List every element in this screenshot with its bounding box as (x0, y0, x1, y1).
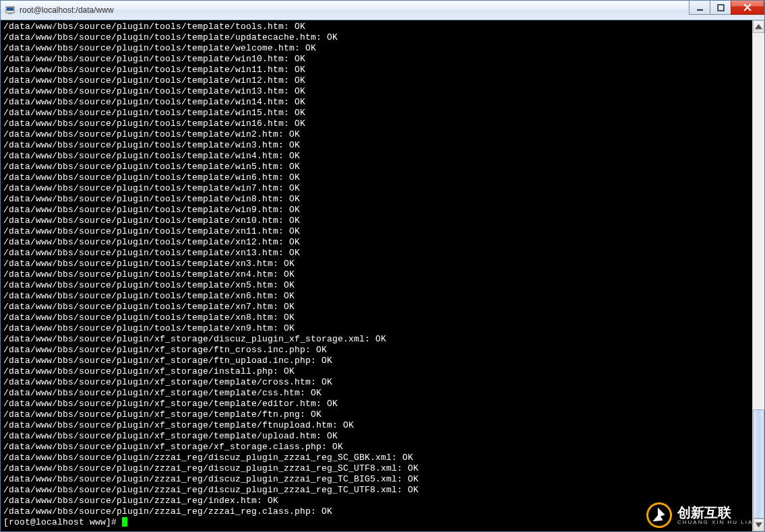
vertical-scrollbar[interactable] (752, 20, 764, 531)
close-button[interactable] (731, 1, 764, 15)
scrollbar-track[interactable] (753, 33, 764, 519)
svg-rect-3 (697, 9, 703, 10)
svg-rect-4 (718, 5, 724, 11)
titlebar[interactable]: root@localhost:/data/www (1, 1, 764, 20)
svg-rect-1 (7, 7, 13, 11)
scroll-down-button[interactable] (753, 519, 764, 531)
maximize-button[interactable] (710, 1, 731, 15)
putty-icon (5, 5, 16, 15)
scroll-up-button[interactable] (753, 20, 764, 33)
svg-rect-2 (8, 13, 12, 14)
terminal-output[interactable]: /data/www/bbs/source/plugin/tools/templa… (1, 20, 752, 531)
scrollbar-thumb[interactable] (753, 409, 764, 519)
shell-prompt: [root@localhost www]# (3, 517, 122, 527)
minimize-button[interactable] (689, 1, 710, 15)
putty-window: root@localhost:/data/www /data/www/bbs/s… (0, 0, 765, 532)
cursor (122, 517, 127, 527)
terminal-area: /data/www/bbs/source/plugin/tools/templa… (1, 20, 764, 531)
window-title: root@localhost:/data/www (20, 5, 114, 15)
